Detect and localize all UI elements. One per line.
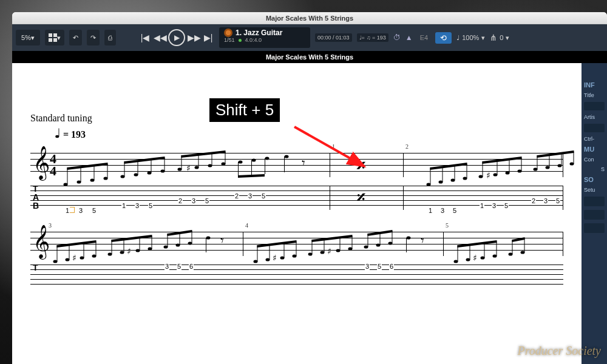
svg-point-138 — [509, 252, 513, 255]
svg-rect-114 — [340, 237, 341, 251]
tempo-value-text: = 193 — [63, 129, 86, 140]
svg-rect-74 — [84, 243, 84, 258]
svg-point-65 — [570, 162, 574, 165]
inspector-panel[interactable]: INF Title Artis Ctrl- MU Con S SO Setu — [582, 63, 607, 364]
fast-forward-button[interactable]: ▶▶ — [188, 33, 200, 42]
svg-point-113 — [336, 249, 341, 252]
playback-speed[interactable]: ♩ 100% ▾ — [456, 34, 485, 42]
artist-field[interactable] — [584, 124, 605, 132]
guitar-icon — [224, 29, 232, 37]
track-info-panel[interactable]: 1. Jazz Guitar 1/51 4.0:4.0 — [219, 27, 310, 48]
svg-point-98 — [254, 260, 258, 263]
svg-point-4 — [77, 180, 81, 183]
loop-button[interactable]: ⟲ — [435, 32, 452, 44]
chevron-down-icon: ▾ — [57, 34, 61, 42]
svg-rect-121 — [380, 232, 381, 245]
beat-info: 4.0:4.0 — [245, 37, 262, 43]
svg-rect-43 — [443, 166, 443, 182]
tuning-control[interactable]: ⋔ 0 ▾ — [490, 33, 509, 42]
svg-point-0 — [55, 135, 59, 138]
panel-label-ctrl: Ctrl- — [584, 136, 605, 142]
svg-point-95 — [206, 236, 211, 239]
go-to-end-button[interactable]: ▶| — [202, 33, 214, 42]
measure-number: 2 — [405, 143, 409, 150]
panel-slider-2[interactable] — [584, 210, 605, 220]
svg-rect-126 — [406, 238, 407, 252]
tab-staff-system-2: T 3 5 6 3 5 6 — [30, 265, 563, 289]
play-button[interactable]: ▶ — [168, 29, 185, 46]
tab-lines — [30, 265, 563, 289]
svg-point-49 — [479, 175, 483, 178]
svg-point-59 — [534, 167, 538, 170]
score-view[interactable]: Standard tuning = 193 𝄞 4 4 1 2 — [12, 63, 582, 364]
svg-rect-47 — [467, 164, 467, 178]
tempo-readout: 193 — [377, 35, 386, 41]
svg-rect-123 — [392, 231, 393, 243]
svg-rect-31 — [238, 162, 239, 175]
staff-system-1: 𝄞 4 4 1 2 — [30, 153, 563, 177]
title-field[interactable] — [584, 102, 605, 110]
svg-point-140 — [521, 251, 525, 254]
svg-rect-64 — [561, 153, 562, 166]
svg-marker-48 — [430, 163, 467, 170]
status-group: 00:00 / 01:03 ♩=♫ = 193 — [315, 33, 388, 42]
svg-point-32 — [252, 158, 256, 161]
go-to-start-button[interactable]: |◀ — [139, 33, 151, 42]
svg-point-20 — [178, 167, 182, 170]
zoom-dropdown[interactable]: 5% ▾ — [16, 30, 40, 46]
svg-marker-77 — [57, 240, 97, 248]
chord-indicator: E4 — [420, 34, 428, 41]
svg-rect-28 — [225, 152, 226, 164]
panel-slider-1[interactable] — [584, 197, 605, 206]
svg-text:𝄾: 𝄾 — [302, 160, 305, 166]
tab-staff-system-1: T A B 1 3 5 1 3 5 2 3 5 2 3 — [30, 186, 563, 210]
tab-clef: T A B — [33, 184, 39, 210]
svg-point-34 — [265, 157, 270, 160]
redo-button[interactable]: ↷ — [87, 30, 100, 46]
svg-point-8 — [104, 177, 108, 180]
simile-mark: 𝄎 — [357, 157, 365, 177]
svg-point-56 — [518, 169, 522, 172]
shortcut-overlay: Shift + 5 — [209, 98, 280, 122]
svg-rect-134 — [484, 243, 485, 258]
svg-point-110 — [320, 251, 325, 254]
svg-rect-14 — [138, 160, 138, 175]
svg-point-30 — [239, 160, 243, 163]
svg-rect-106 — [296, 241, 297, 256]
window-titlebar: Major Scales With 5 Strings — [12, 12, 607, 24]
svg-point-61 — [546, 166, 550, 169]
svg-rect-71 — [69, 244, 70, 260]
svg-rect-131 — [470, 244, 470, 260]
print-button[interactable]: ⎙ — [104, 30, 116, 46]
svg-text:♯: ♯ — [72, 254, 76, 263]
svg-rect-26 — [212, 153, 212, 166]
svg-rect-24 — [198, 154, 199, 167]
undo-icon: ↶ — [73, 34, 78, 42]
undo-button[interactable]: ↶ — [69, 30, 82, 46]
svg-point-118 — [364, 245, 368, 248]
svg-rect-141 — [524, 238, 525, 252]
metronome-icon[interactable]: ⏱ — [393, 33, 401, 42]
svg-rect-3 — [67, 167, 68, 184]
treble-clef-icon: 𝄞 — [33, 148, 50, 177]
svg-rect-55 — [509, 159, 510, 173]
time-counter: 00:00 / 01:03 — [315, 33, 352, 42]
svg-point-63 — [558, 164, 562, 167]
chevron-down-icon: ▾ — [481, 34, 485, 42]
panel-slider-3[interactable] — [584, 223, 605, 233]
staff-system-2: 𝄞 3 4 5 ♯ — [30, 232, 563, 256]
svg-rect-41 — [430, 167, 431, 184]
layout-button[interactable]: ▾ — [45, 30, 64, 46]
countdown-icon[interactable]: ▲ — [405, 33, 413, 42]
panel-heading-music: MU — [584, 146, 605, 153]
rewind-button[interactable]: ◀◀ — [154, 33, 166, 42]
svg-point-25 — [208, 164, 212, 167]
measure-number: 4 — [245, 222, 248, 229]
svg-point-75 — [92, 254, 97, 257]
svg-point-17 — [161, 169, 165, 172]
simile-mark: 𝄎 — [357, 188, 365, 208]
svg-point-15 — [148, 171, 152, 174]
svg-marker-10 — [67, 163, 108, 170]
transport-controls: |◀ ◀◀ ▶ ▶▶ ▶| — [139, 29, 214, 46]
svg-marker-67 — [537, 150, 574, 158]
